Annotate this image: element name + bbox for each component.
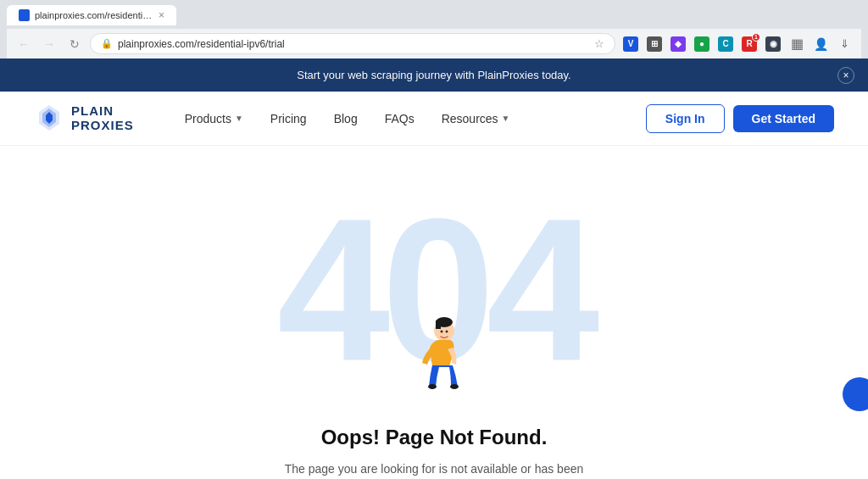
nav-blog[interactable]: Blog [334, 112, 358, 125]
person-illustration [392, 312, 476, 409]
nav-faqs[interactable]: FAQs [385, 112, 415, 125]
person-svg [392, 312, 476, 405]
ext-icon-5: C [718, 36, 733, 52]
tab-title: plainproxies.com/residential-ipv6/trial [35, 10, 153, 20]
logo-link[interactable]: PLAIN PROXIES [34, 103, 134, 134]
reload-button[interactable]: ↻ [64, 34, 85, 54]
ext-purple-icon[interactable]: ◆ [668, 34, 688, 54]
error-section: 404 [0, 146, 868, 479]
ext-green-icon[interactable]: ● [692, 34, 712, 54]
ext-icon-6: R 1 [742, 36, 757, 52]
nav-resources[interactable]: Resources ▼ [442, 112, 510, 125]
ext-icon-1: V [623, 36, 638, 52]
address-bar[interactable]: 🔒 plainproxies.com/residential-ipv6/tria… [90, 33, 615, 54]
nav-pricing[interactable]: Pricing [270, 112, 307, 125]
ext-red-icon[interactable]: R 1 [739, 34, 760, 54]
ext-grid-icon[interactable]: ⊞ [644, 34, 665, 54]
navbar: PLAIN PROXIES Products ▼ Pricing Blog FA… [0, 92, 868, 146]
extensions-button[interactable]: ▦ [787, 34, 807, 54]
ext-dark-icon[interactable]: ◉ [763, 34, 783, 54]
lock-icon: 🔒 [101, 38, 113, 49]
error-description: The page you are looking for is not avai… [264, 460, 604, 479]
getstarted-button[interactable]: Get Started [733, 105, 834, 132]
svg-point-7 [450, 384, 459, 389]
svg-point-6 [428, 384, 437, 389]
download-icon[interactable]: ⇓ [834, 34, 854, 54]
ext-teal-icon[interactable]: C [715, 34, 736, 54]
forward-button[interactable]: → [39, 34, 59, 54]
announcement-text: Start your web scraping journey with Pla… [297, 69, 570, 81]
ext-icon-3: ◆ [670, 36, 686, 52]
ext-icon-4: ● [694, 36, 709, 52]
products-chevron-icon: ▼ [235, 114, 243, 123]
logo-plain: PLAIN [71, 104, 134, 119]
ext-blue-icon[interactable]: V [620, 34, 641, 54]
logo-proxies: PROXIES [71, 119, 134, 133]
back-button[interactable]: ← [14, 34, 34, 54]
toolbar-icons: V ⊞ ◆ ● C R 1 ◉ ▦ � [620, 34, 854, 54]
tab-favicon [19, 9, 30, 21]
close-icon: × [843, 70, 849, 81]
resources-chevron-icon: ▼ [502, 114, 510, 123]
ext-icon-7: ◉ [765, 36, 781, 52]
star-icon[interactable]: ☆ [594, 37, 604, 50]
browser-tabs: plainproxies.com/residential-ipv6/trial … [7, 5, 861, 25]
ext-icon-2: ⊞ [647, 36, 662, 52]
svg-rect-5 [436, 320, 441, 329]
browser-toolbar: ← → ↻ 🔒 plainproxies.com/residential-ipv… [7, 29, 861, 58]
nav-products[interactable]: Products ▼ [185, 112, 243, 125]
tab-close-icon[interactable]: × [159, 9, 164, 21]
url-text: plainproxies.com/residential-ipv6/trial [118, 38, 589, 50]
nav-links: Products ▼ Pricing Blog FAQs Resources ▼ [185, 112, 646, 125]
browser-tab[interactable]: plainproxies.com/residential-ipv6/trial … [7, 5, 176, 25]
logo-icon [34, 103, 64, 134]
svg-point-8 [441, 331, 443, 333]
svg-point-9 [446, 331, 448, 333]
browser-chrome: plainproxies.com/residential-ipv6/trial … [0, 0, 868, 58]
announcement-close-button[interactable]: × [837, 67, 854, 84]
nav-actions: Sign In Get Started [646, 104, 834, 133]
error-background: 404 [0, 163, 868, 417]
error-title: Oops! Page Not Found. [264, 426, 604, 449]
announcement-bar: Start your web scraping journey with Pla… [0, 58, 868, 92]
signin-button[interactable]: Sign In [646, 104, 725, 133]
logo-text: PLAIN PROXIES [71, 104, 134, 132]
error-text-section: Oops! Page Not Found. The page you are l… [248, 417, 620, 479]
profile-button[interactable]: 👤 [810, 34, 831, 54]
